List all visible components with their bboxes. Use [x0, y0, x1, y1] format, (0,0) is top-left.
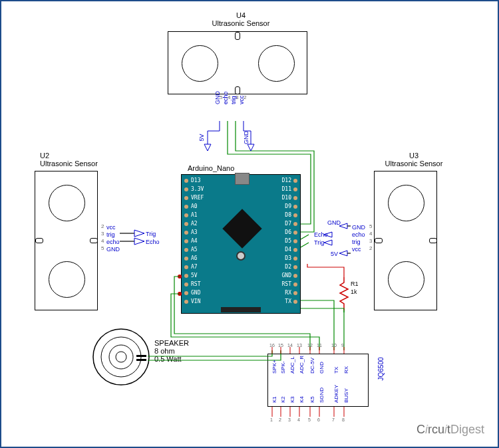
u2-pin-echo: echo [106, 239, 120, 245]
arduino-pin-gnd: GND [279, 273, 291, 279]
arduino-label: Arduino_Nano [188, 164, 234, 172]
arduino-pin-d7: D7 [279, 221, 291, 227]
arduino-pin-a6: A6 [191, 255, 198, 261]
arduino-pin-d12: D12 [279, 177, 291, 183]
arduino-pin-d13: D13 [191, 177, 200, 183]
arduino-pin-d2: D2 [279, 264, 291, 270]
u4-ref: U4 Ultrasonic Sensor [201, 11, 281, 27]
u3-pin-num-5: 5 [369, 223, 372, 229]
jq-pin-dc-5v: DC-5V [309, 358, 315, 374]
u3-pin-trig: trig [352, 239, 361, 245]
u3-pin-echo: echo [352, 231, 365, 238]
svg-point-3 [116, 352, 126, 362]
svg-point-2 [109, 345, 133, 369]
u3-gnd-label: GND [327, 219, 341, 226]
u2-pin-gnd: GND [106, 246, 120, 253]
jq-pin-tx: TX [333, 367, 339, 374]
jq-pin-spk+: SPK+ [271, 360, 277, 374]
u2-pin-num-2: 2 [101, 223, 104, 229]
u3-pin-vcc: vcc [352, 246, 361, 253]
arduino-pin-d9: D9 [279, 203, 291, 209]
svg-rect-4 [136, 355, 146, 357]
jq-pin-adc_l: ADC_L [289, 356, 295, 374]
jq-pin-busy: BUSY [343, 388, 349, 403]
arduino-pin-d8: D8 [279, 212, 291, 218]
arduino-pin-a3: A3 [191, 229, 198, 235]
arduino-pin-d11: D11 [279, 186, 291, 192]
arduino-pin-a1: A1 [191, 212, 198, 218]
arduino-pin-vin: VIN [191, 298, 200, 304]
svg-point-1 [101, 337, 141, 377]
arduino-pin-a5: A5 [191, 247, 198, 253]
arduino-pin-3.3v: 3.3V [191, 186, 204, 192]
u3-pin-gnd: GND [352, 224, 365, 231]
jq-pin-k2: K2 [280, 396, 286, 403]
u4-sensor [168, 31, 307, 94]
svg-rect-5 [136, 359, 146, 361]
u4-pin-trig: trig [230, 96, 237, 104]
watermark: CircuitDigest [416, 423, 484, 437]
r1-ref: R1 [351, 280, 359, 287]
arduino-pin-a2: A2 [191, 221, 198, 227]
arduino-pin-d4: D4 [279, 247, 291, 253]
arduino-pin-5v: 5V [191, 273, 198, 279]
u2-pin-num-5: 5 [101, 245, 104, 251]
arduino-pin-rx: RX [279, 290, 291, 296]
u3-ref: U3 Ultrasonic Sensor [374, 152, 454, 168]
arduino-pin-d3: D3 [279, 255, 291, 261]
u2-pin-num-4: 4 [101, 238, 104, 244]
u4-pin-vcc: vcc [238, 96, 245, 105]
arduino-pin-tx: TX [279, 298, 291, 304]
arduino-pin-vref: VREF [191, 195, 204, 201]
arduino-pin-a7: A7 [191, 264, 198, 270]
speaker [91, 327, 151, 387]
u2-pin-trig: trig [106, 231, 115, 238]
u4-pin-echo: echo [222, 91, 229, 104]
jq-pin-k5: K5 [309, 396, 315, 403]
jq-pin-rx: RX [343, 366, 349, 374]
jq-pin-adkey: ADKEY [333, 385, 339, 403]
u3-pin-num-3: 3 [369, 238, 372, 244]
jq6500-label: JQ6500 [377, 357, 385, 380]
jq-pin-gnd: GND [319, 362, 325, 374]
u3-echo-label: Echo [314, 231, 328, 238]
speaker-label: SPEAKER 8 ohm 0.5 Watt [154, 339, 189, 363]
jq-pin-spk-: SPK- [280, 361, 286, 374]
arduino-pin-d6: D6 [279, 229, 291, 235]
u2-pin-vcc: vcc [106, 224, 116, 231]
u3-pin-num-4: 4 [369, 231, 372, 237]
u4-pin-gnd: GND [214, 91, 221, 104]
jq-pin-k3: K3 [289, 396, 295, 403]
u2-sensor [35, 171, 98, 310]
arduino-pin-a4: A4 [191, 238, 198, 244]
u2-echo-label: Echo [146, 239, 160, 245]
r1-value: 1k [351, 288, 357, 295]
jq-pin-sgnd: SGND [319, 388, 325, 403]
u2-trig-label: Trig [146, 231, 156, 237]
arduino-pin-gnd: GND [191, 290, 200, 296]
arduino-pin-a0: A0 [191, 203, 198, 209]
arduino-pin-d5: D5 [279, 238, 291, 244]
u3-sensor [374, 171, 437, 310]
jq-pin-adc_r: ADC_R [299, 356, 305, 374]
jq-pin-k1: K1 [271, 396, 277, 403]
u4-gnd-label: GND [243, 131, 250, 144]
u3-5v-label: 5V [331, 251, 338, 257]
u2-pin-num-3: 3 [101, 231, 104, 237]
arduino-pin-d10: D10 [279, 195, 291, 201]
arduino-pin-rst: RST [191, 281, 200, 287]
u3-trig-label: Trig [314, 239, 324, 246]
arduino-pin-rst: RST [279, 281, 291, 287]
resistor-r1 [337, 277, 351, 313]
u2-ref: U2 Ultrasonic Sensor [40, 152, 120, 168]
jq-pin-k4: K4 [299, 396, 305, 403]
u3-pin-num-2: 2 [369, 245, 372, 251]
u4-5v-label: 5V [198, 134, 205, 141]
